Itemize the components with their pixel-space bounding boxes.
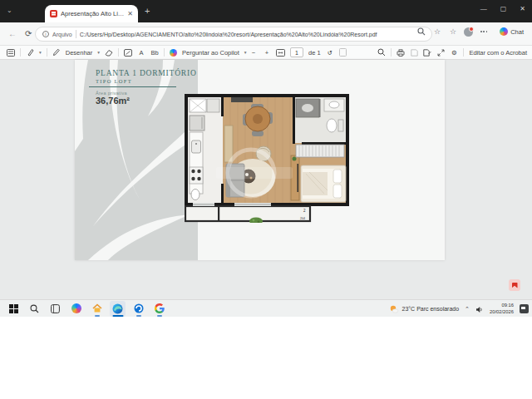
area-value: 36,76m²: [96, 96, 130, 106]
table-of-contents-icon[interactable]: [7, 47, 15, 57]
dimension-label: 204: [300, 217, 305, 220]
mail-app-icon[interactable]: [131, 301, 146, 317]
back-icon[interactable]: ←: [8, 29, 17, 38]
new-tab-button[interactable]: +: [145, 7, 150, 16]
page-info-icon[interactable]: i: [42, 31, 49, 37]
ask-copilot-chevron-icon[interactable]: ▾: [244, 50, 247, 55]
copilot-icon: [500, 27, 508, 36]
bookmark-star-icon[interactable]: ☆: [432, 27, 442, 37]
file-scheme-label: Arquivo: [52, 32, 72, 37]
tab-search-chevron-icon[interactable]: ⌄: [7, 7, 12, 14]
highlight-pen-chevron-icon[interactable]: ▾: [39, 50, 42, 55]
acrobat-icon: [512, 283, 518, 288]
browser-menu-icon[interactable]: [479, 27, 489, 37]
save-as-icon[interactable]: [423, 47, 431, 57]
draw-label[interactable]: Desenhar: [66, 49, 93, 57]
taskbar: 23°C Parc ensolarado ⌃ 09:16 20/02/2026: [0, 299, 532, 317]
window-minimize-button[interactable]: —: [480, 5, 487, 12]
search-document-icon[interactable]: [377, 47, 386, 57]
profile-avatar[interactable]: [464, 27, 473, 37]
window-maximize-button[interactable]: ▢: [500, 5, 507, 12]
weather-desc: Parc ensolarado: [416, 306, 459, 312]
copilot-taskbar-icon[interactable]: [68, 301, 84, 317]
text-note-icon[interactable]: [124, 47, 132, 57]
refresh-icon[interactable]: ⟳: [25, 29, 32, 38]
clock[interactable]: 09:16 20/02/2026: [490, 303, 514, 314]
weather-widget[interactable]: 23°C Parc ensolarado: [389, 304, 460, 314]
rotate-icon[interactable]: ↺: [326, 47, 334, 57]
clock-time: 09:16: [490, 303, 514, 308]
start-button[interactable]: [6, 301, 22, 317]
copilot-chat-button[interactable]: Chat: [495, 26, 529, 37]
browser-tab[interactable]: Apresentação Alto Lindóia Resort ✕: [45, 5, 138, 22]
pdf-favicon-icon: [50, 10, 57, 17]
browser-titlebar: ⌄ Apresentação Alto Lindóia Resort ✕ + —…: [0, 0, 532, 22]
highlight-pen-icon[interactable]: [26, 47, 34, 57]
title-divider: [89, 86, 176, 87]
pdf-viewer[interactable]: PLANTA 1 DORMITÓRIO TIPO LOFT Área priva…: [0, 60, 532, 299]
screen: ⌄ Apresentação Alto Lindóia Resort ✕ + —…: [0, 0, 532, 399]
taskbar-search-icon[interactable]: [27, 301, 42, 317]
save-icon[interactable]: [410, 47, 418, 57]
url-divider: [76, 30, 76, 38]
task-view-icon[interactable]: [47, 301, 63, 317]
page-title: PLANTA 1 DORMITÓRIO: [96, 69, 197, 77]
address-bar: ← ⟳ i Arquivo C:/Users/Hp/Desktop/AGENCI…: [0, 22, 532, 46]
url-text: C:/Users/Hp/Desktop/AGENCIAMENTO/alto%20…: [80, 32, 377, 37]
pdf-toolbar: ▾ Desenhar ▾ A Bb Perguntar ao Copilot ▾…: [0, 46, 532, 60]
draw-chevron-icon[interactable]: ▾: [97, 50, 100, 55]
edit-with-acrobat-button[interactable]: Editar com o Acrobat: [469, 49, 527, 57]
weather-temp: 23°C: [402, 306, 416, 312]
tab-title: Apresentação Alto Lindóia Resort: [61, 10, 124, 17]
read-aloud-icon[interactable]: A: [137, 47, 145, 57]
ask-copilot-label[interactable]: Perguntar ao Copilot: [182, 49, 239, 57]
eraser-icon[interactable]: [105, 47, 113, 57]
letters-icon[interactable]: Bb: [150, 47, 159, 57]
settings-gear-icon[interactable]: ⚙: [450, 47, 458, 57]
fullscreen-icon[interactable]: [436, 47, 445, 57]
leaf-decoration-graphic: [75, 60, 198, 260]
weather-icon: [389, 304, 399, 314]
url-field[interactable]: i Arquivo C:/Users/Hp/Desktop/AGENCIAMEN…: [35, 27, 432, 42]
home-app-icon[interactable]: [89, 301, 105, 317]
page-count-label: de 1: [308, 49, 321, 57]
zoom-in-icon[interactable]: +: [263, 47, 271, 57]
tab-close-icon[interactable]: ✕: [127, 11, 133, 17]
window-close-button[interactable]: ✕: [520, 5, 525, 12]
draw-pen-icon[interactable]: [52, 47, 61, 57]
notification-center-icon[interactable]: [520, 304, 529, 313]
zoom-out-icon[interactable]: −: [249, 47, 258, 57]
page-subtitle: TIPO LOFT: [96, 78, 132, 84]
google-app-icon[interactable]: [151, 301, 167, 317]
collections-icon[interactable]: ☆: [448, 27, 458, 37]
edge-taskbar-icon[interactable]: [110, 301, 126, 317]
page-number-input[interactable]: [290, 47, 303, 57]
volume-icon[interactable]: [475, 302, 484, 317]
print-icon[interactable]: [397, 47, 405, 57]
clock-date: 20/02/2026: [490, 309, 514, 315]
page-view-icon[interactable]: [339, 47, 347, 57]
copilot-toolbar-icon: [170, 49, 177, 57]
fit-to-width-icon[interactable]: [276, 47, 285, 57]
floor-plan-graphic: 2 204: [185, 94, 349, 223]
pdf-page: PLANTA 1 DORMITÓRIO TIPO LOFT Área priva…: [75, 60, 445, 260]
zoom-page-icon[interactable]: [416, 27, 426, 37]
hidden-icons-chevron-icon[interactable]: ⌃: [465, 306, 470, 313]
acrobat-extension-button[interactable]: [509, 279, 520, 291]
